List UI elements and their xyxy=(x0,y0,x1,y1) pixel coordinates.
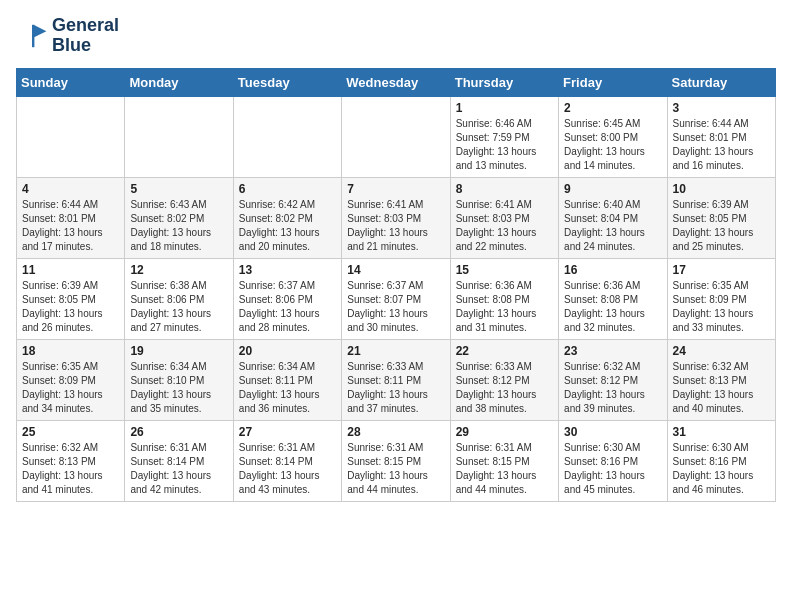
day-info: Sunrise: 6:31 AM Sunset: 8:15 PM Dayligh… xyxy=(456,441,553,497)
day-number: 20 xyxy=(239,344,336,358)
calendar-day-31: 31Sunrise: 6:30 AM Sunset: 8:16 PM Dayli… xyxy=(667,420,775,501)
day-number: 7 xyxy=(347,182,444,196)
day-number: 13 xyxy=(239,263,336,277)
weekday-header-saturday: Saturday xyxy=(667,68,775,96)
calendar-day-29: 29Sunrise: 6:31 AM Sunset: 8:15 PM Dayli… xyxy=(450,420,558,501)
calendar-week-row: 1Sunrise: 6:46 AM Sunset: 7:59 PM Daylig… xyxy=(17,96,776,177)
day-number: 24 xyxy=(673,344,770,358)
page-header: General Blue xyxy=(16,16,776,56)
day-info: Sunrise: 6:39 AM Sunset: 8:05 PM Dayligh… xyxy=(673,198,770,254)
day-number: 16 xyxy=(564,263,661,277)
day-info: Sunrise: 6:35 AM Sunset: 8:09 PM Dayligh… xyxy=(673,279,770,335)
day-info: Sunrise: 6:31 AM Sunset: 8:14 PM Dayligh… xyxy=(239,441,336,497)
day-info: Sunrise: 6:43 AM Sunset: 8:02 PM Dayligh… xyxy=(130,198,227,254)
svg-marker-1 xyxy=(34,25,47,38)
day-number: 17 xyxy=(673,263,770,277)
day-number: 3 xyxy=(673,101,770,115)
day-info: Sunrise: 6:37 AM Sunset: 8:06 PM Dayligh… xyxy=(239,279,336,335)
day-number: 1 xyxy=(456,101,553,115)
calendar-week-row: 18Sunrise: 6:35 AM Sunset: 8:09 PM Dayli… xyxy=(17,339,776,420)
day-number: 18 xyxy=(22,344,119,358)
calendar-day-7: 7Sunrise: 6:41 AM Sunset: 8:03 PM Daylig… xyxy=(342,177,450,258)
day-number: 25 xyxy=(22,425,119,439)
calendar-day-17: 17Sunrise: 6:35 AM Sunset: 8:09 PM Dayli… xyxy=(667,258,775,339)
weekday-header-sunday: Sunday xyxy=(17,68,125,96)
calendar-empty-cell xyxy=(342,96,450,177)
day-number: 15 xyxy=(456,263,553,277)
day-number: 30 xyxy=(564,425,661,439)
calendar-day-12: 12Sunrise: 6:38 AM Sunset: 8:06 PM Dayli… xyxy=(125,258,233,339)
day-info: Sunrise: 6:42 AM Sunset: 8:02 PM Dayligh… xyxy=(239,198,336,254)
day-info: Sunrise: 6:32 AM Sunset: 8:13 PM Dayligh… xyxy=(673,360,770,416)
calendar-day-8: 8Sunrise: 6:41 AM Sunset: 8:03 PM Daylig… xyxy=(450,177,558,258)
calendar-empty-cell xyxy=(17,96,125,177)
day-info: Sunrise: 6:45 AM Sunset: 8:00 PM Dayligh… xyxy=(564,117,661,173)
day-number: 26 xyxy=(130,425,227,439)
calendar-day-21: 21Sunrise: 6:33 AM Sunset: 8:11 PM Dayli… xyxy=(342,339,450,420)
day-info: Sunrise: 6:41 AM Sunset: 8:03 PM Dayligh… xyxy=(347,198,444,254)
calendar-day-27: 27Sunrise: 6:31 AM Sunset: 8:14 PM Dayli… xyxy=(233,420,341,501)
day-number: 21 xyxy=(347,344,444,358)
day-number: 31 xyxy=(673,425,770,439)
calendar-day-13: 13Sunrise: 6:37 AM Sunset: 8:06 PM Dayli… xyxy=(233,258,341,339)
day-info: Sunrise: 6:34 AM Sunset: 8:11 PM Dayligh… xyxy=(239,360,336,416)
day-info: Sunrise: 6:38 AM Sunset: 8:06 PM Dayligh… xyxy=(130,279,227,335)
calendar-day-1: 1Sunrise: 6:46 AM Sunset: 7:59 PM Daylig… xyxy=(450,96,558,177)
day-number: 28 xyxy=(347,425,444,439)
calendar-day-20: 20Sunrise: 6:34 AM Sunset: 8:11 PM Dayli… xyxy=(233,339,341,420)
weekday-header-thursday: Thursday xyxy=(450,68,558,96)
day-info: Sunrise: 6:37 AM Sunset: 8:07 PM Dayligh… xyxy=(347,279,444,335)
day-info: Sunrise: 6:46 AM Sunset: 7:59 PM Dayligh… xyxy=(456,117,553,173)
calendar-day-16: 16Sunrise: 6:36 AM Sunset: 8:08 PM Dayli… xyxy=(559,258,667,339)
day-info: Sunrise: 6:32 AM Sunset: 8:12 PM Dayligh… xyxy=(564,360,661,416)
calendar-day-26: 26Sunrise: 6:31 AM Sunset: 8:14 PM Dayli… xyxy=(125,420,233,501)
day-number: 5 xyxy=(130,182,227,196)
calendar-day-6: 6Sunrise: 6:42 AM Sunset: 8:02 PM Daylig… xyxy=(233,177,341,258)
day-info: Sunrise: 6:31 AM Sunset: 8:15 PM Dayligh… xyxy=(347,441,444,497)
weekday-header-tuesday: Tuesday xyxy=(233,68,341,96)
calendar-day-3: 3Sunrise: 6:44 AM Sunset: 8:01 PM Daylig… xyxy=(667,96,775,177)
calendar-day-30: 30Sunrise: 6:30 AM Sunset: 8:16 PM Dayli… xyxy=(559,420,667,501)
day-info: Sunrise: 6:40 AM Sunset: 8:04 PM Dayligh… xyxy=(564,198,661,254)
day-number: 11 xyxy=(22,263,119,277)
day-number: 2 xyxy=(564,101,661,115)
logo: General Blue xyxy=(16,16,119,56)
day-number: 10 xyxy=(673,182,770,196)
calendar-day-22: 22Sunrise: 6:33 AM Sunset: 8:12 PM Dayli… xyxy=(450,339,558,420)
calendar-day-14: 14Sunrise: 6:37 AM Sunset: 8:07 PM Dayli… xyxy=(342,258,450,339)
calendar-empty-cell xyxy=(233,96,341,177)
day-number: 22 xyxy=(456,344,553,358)
day-info: Sunrise: 6:35 AM Sunset: 8:09 PM Dayligh… xyxy=(22,360,119,416)
calendar-day-9: 9Sunrise: 6:40 AM Sunset: 8:04 PM Daylig… xyxy=(559,177,667,258)
day-number: 19 xyxy=(130,344,227,358)
weekday-header-friday: Friday xyxy=(559,68,667,96)
calendar-day-5: 5Sunrise: 6:43 AM Sunset: 8:02 PM Daylig… xyxy=(125,177,233,258)
day-info: Sunrise: 6:41 AM Sunset: 8:03 PM Dayligh… xyxy=(456,198,553,254)
day-info: Sunrise: 6:44 AM Sunset: 8:01 PM Dayligh… xyxy=(22,198,119,254)
calendar-table: SundayMondayTuesdayWednesdayThursdayFrid… xyxy=(16,68,776,502)
day-number: 12 xyxy=(130,263,227,277)
day-info: Sunrise: 6:33 AM Sunset: 8:11 PM Dayligh… xyxy=(347,360,444,416)
day-info: Sunrise: 6:33 AM Sunset: 8:12 PM Dayligh… xyxy=(456,360,553,416)
calendar-week-row: 4Sunrise: 6:44 AM Sunset: 8:01 PM Daylig… xyxy=(17,177,776,258)
day-number: 27 xyxy=(239,425,336,439)
day-number: 14 xyxy=(347,263,444,277)
calendar-day-19: 19Sunrise: 6:34 AM Sunset: 8:10 PM Dayli… xyxy=(125,339,233,420)
day-info: Sunrise: 6:31 AM Sunset: 8:14 PM Dayligh… xyxy=(130,441,227,497)
svg-rect-2 xyxy=(32,25,34,47)
day-info: Sunrise: 6:36 AM Sunset: 8:08 PM Dayligh… xyxy=(456,279,553,335)
calendar-day-25: 25Sunrise: 6:32 AM Sunset: 8:13 PM Dayli… xyxy=(17,420,125,501)
calendar-empty-cell xyxy=(125,96,233,177)
calendar-week-row: 11Sunrise: 6:39 AM Sunset: 8:05 PM Dayli… xyxy=(17,258,776,339)
day-info: Sunrise: 6:32 AM Sunset: 8:13 PM Dayligh… xyxy=(22,441,119,497)
day-number: 6 xyxy=(239,182,336,196)
day-info: Sunrise: 6:39 AM Sunset: 8:05 PM Dayligh… xyxy=(22,279,119,335)
calendar-day-18: 18Sunrise: 6:35 AM Sunset: 8:09 PM Dayli… xyxy=(17,339,125,420)
weekday-header-monday: Monday xyxy=(125,68,233,96)
day-info: Sunrise: 6:30 AM Sunset: 8:16 PM Dayligh… xyxy=(564,441,661,497)
day-number: 4 xyxy=(22,182,119,196)
calendar-day-23: 23Sunrise: 6:32 AM Sunset: 8:12 PM Dayli… xyxy=(559,339,667,420)
calendar-day-2: 2Sunrise: 6:45 AM Sunset: 8:00 PM Daylig… xyxy=(559,96,667,177)
day-number: 29 xyxy=(456,425,553,439)
calendar-day-11: 11Sunrise: 6:39 AM Sunset: 8:05 PM Dayli… xyxy=(17,258,125,339)
